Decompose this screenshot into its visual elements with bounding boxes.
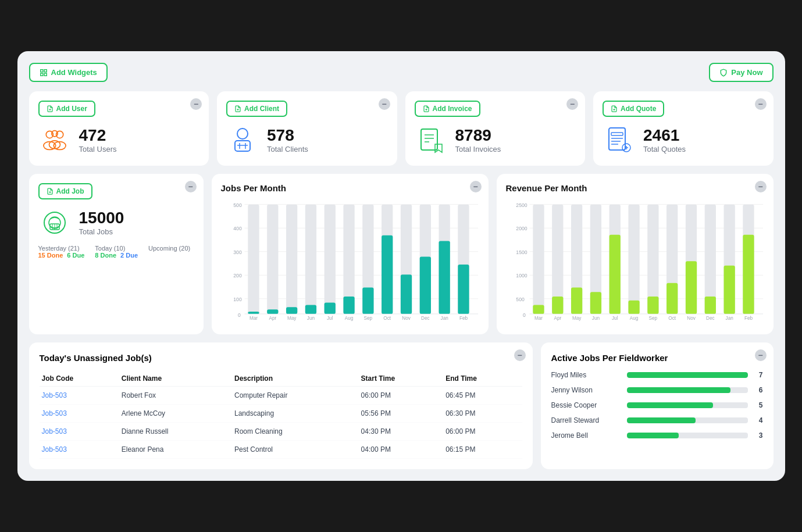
svg-text:Apr: Apr [269,316,276,322]
jobs-card-collapse[interactable]: − [185,181,197,192]
client-name-cell: Robert Fox [119,386,232,404]
start-time-cell: 05:56 PM [359,404,444,422]
svg-rect-128 [685,261,696,314]
yesterday-done: 15 Done [38,252,63,259]
svg-rect-137 [743,235,754,314]
svg-rect-61 [286,205,297,314]
fw-bar-fill [627,372,748,378]
svg-rect-103 [533,205,544,314]
jobs-chart: 500 400 300 200 100 0 Mar [221,199,479,322]
svg-text:Sep: Sep [648,316,657,322]
svg-rect-3 [44,73,47,76]
job-code-link[interactable]: Job-503 [42,427,67,435]
svg-rect-118 [628,205,639,314]
quotes-count: 2461 [643,127,686,145]
client-name-cell: Eleanor Pena [119,440,232,458]
client-name-cell: Dianne Russell [119,422,232,440]
today-done: 8 Done [95,252,116,259]
clients-icon [226,124,259,156]
table-row: Job-503 Dianne Russell Room Cleaning 04:… [40,422,522,440]
yesterday-label: Yesterday (21) [38,245,85,252]
svg-text:Feb: Feb [744,316,753,322]
bottom-row: − Today's Unassigned Job(s) Job Code Cli… [29,342,774,469]
revenue-chart-collapse[interactable]: − [755,181,767,192]
end-time-cell: 06:30 PM [443,404,522,422]
fw-count: 3 [754,431,763,440]
svg-rect-2 [40,73,42,76]
invoices-icon [415,124,447,156]
fw-bar-bg [627,372,748,378]
unassigned-collapse[interactable]: − [514,349,526,361]
pay-now-button[interactable]: Pay Now [709,63,773,82]
fw-bar-fill [627,433,679,438]
svg-text:Feb: Feb [459,316,468,322]
add-invoice-button[interactable]: Add Invoice [415,101,480,117]
svg-rect-56 [248,312,259,314]
svg-text:Oct: Oct [668,316,676,322]
svg-text:Jul: Jul [327,316,333,322]
svg-rect-71 [343,297,354,314]
svg-rect-86 [439,241,450,314]
description-cell: Computer Repair [232,386,359,404]
invoices-card: − Add Invoice 8789 Total Inv [405,91,586,166]
svg-text:Jan: Jan [440,316,448,322]
users-count: 472 [79,127,117,145]
col-client-name: Client Name [119,371,232,387]
svg-text:300: 300 [233,249,242,255]
clients-card-collapse[interactable]: − [379,98,390,110]
svg-text:1500: 1500 [516,249,527,255]
unassigned-jobs-table: Job Code Client Name Description Start T… [40,371,522,459]
svg-rect-89 [458,265,469,314]
quotes-card-collapse[interactable]: − [755,98,767,110]
svg-text:500: 500 [516,297,525,302]
job-code-link[interactable]: Job-503 [42,409,67,417]
revenue-chart-title: Revenue Per Month [506,183,764,193]
job-code-link[interactable]: Job-503 [42,391,67,399]
add-client-button[interactable]: Add Client [226,101,287,117]
fieldworker-card: − Active Jobs Per Fieldworker Floyd Mile… [541,342,774,469]
svg-text:May: May [572,316,581,322]
svg-rect-74 [362,288,373,314]
users-card-collapse[interactable]: − [190,98,202,110]
job-code-link[interactable]: Job-503 [42,445,67,454]
svg-text:Jun: Jun [591,316,600,322]
end-time-cell: 06:00 PM [443,422,522,440]
invoices-card-collapse[interactable]: − [566,98,578,110]
fw-collapse[interactable]: − [755,349,767,361]
svg-point-14 [237,128,248,139]
jobs-label: Total Jobs [79,227,124,236]
svg-rect-28 [611,133,623,135]
svg-rect-113 [590,292,601,315]
svg-text:Mar: Mar [534,316,542,322]
svg-text:1000: 1000 [516,273,527,279]
add-quote-button[interactable]: Add Quote [603,101,664,117]
fieldworker-row: Bessie Cooper 5 [551,401,763,409]
svg-text:2500: 2500 [516,202,527,208]
top-bar: Add Widgets Pay Now [29,63,774,82]
svg-text:100: 100 [233,297,242,302]
svg-rect-1 [44,70,47,72]
add-job-button[interactable]: Add Job [38,183,92,199]
svg-rect-65 [305,305,316,314]
svg-rect-67 [324,205,335,314]
svg-rect-80 [400,275,411,315]
jobs-chart-collapse[interactable]: − [470,181,482,192]
svg-text:0: 0 [237,312,240,318]
table-row: Job-503 Eleanor Pena Pest Control 04:00 … [40,440,522,458]
fw-bar-fill [627,417,696,423]
start-time-cell: 06:00 PM [359,386,444,404]
svg-rect-55 [248,205,259,314]
fw-bar-bg [627,402,748,408]
svg-rect-83 [419,257,430,314]
col-start-time: Start Time [359,371,444,387]
add-user-button[interactable]: Add User [38,101,95,117]
fw-count: 4 [754,416,763,424]
add-widgets-button[interactable]: Add Widgets [29,63,108,82]
description-cell: Landscaping [232,404,359,422]
today-label: Today (10) [95,245,138,252]
svg-rect-77 [382,235,393,314]
fieldworker-row: Floyd Miles 7 [551,371,763,379]
svg-text:May: May [287,316,296,322]
clients-card: − Add Client 578 Total Clien [217,91,397,166]
jobs-card: − Add Job [29,174,204,334]
